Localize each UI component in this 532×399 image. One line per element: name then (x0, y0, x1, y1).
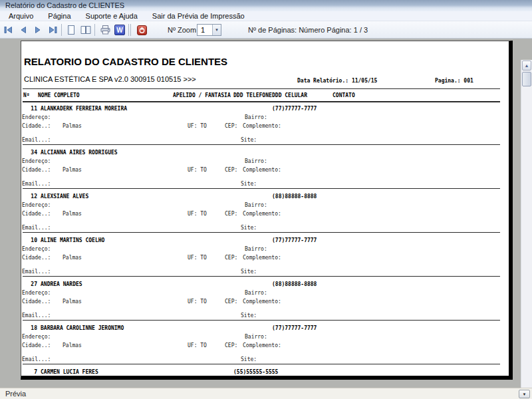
next-page-button[interactable] (32, 24, 44, 36)
label-endereco: Endereço: (22, 202, 51, 208)
menu-pagina[interactable]: Página (41, 11, 78, 21)
label-uf-value: UF: TO (188, 167, 207, 173)
previous-page-button[interactable] (17, 24, 29, 36)
label-endereco: Endereço: (22, 290, 51, 296)
single-page-view-button[interactable] (65, 24, 77, 36)
label-endereco: Endereço: (22, 158, 51, 164)
label-site: Site: (241, 225, 257, 231)
value-cidade: Palmas (63, 255, 82, 261)
column-header-telefone: DDD TELEFONE (233, 92, 272, 98)
label-cep: CEP: (225, 299, 237, 305)
record-telefone: (55)55555-5555 (233, 369, 278, 375)
menu-sair-da-previa[interactable]: Sair da Prévia de Impressão (145, 11, 252, 21)
record-separator (23, 364, 500, 364)
record-name: BARBARA CAROLINNE JERONIMO (41, 325, 124, 331)
record-number: 10 (21, 237, 37, 243)
label-uf-value: UF: TO (188, 123, 207, 129)
label-email: Email...: (22, 137, 51, 143)
scroll-up-icon[interactable]: ▲ (522, 61, 531, 70)
label-complemento: Complemento: (243, 167, 281, 173)
record-name: ALEXSIANE ALVES (41, 194, 88, 200)
label-email: Email...: (22, 356, 51, 362)
record-celular: (77)77777-7777 (272, 325, 317, 331)
label-site: Site: (241, 313, 257, 319)
record-celular: (88)88888-8888 (272, 281, 317, 287)
record-number: 27 (21, 281, 37, 287)
value-cidade: Palmas (63, 123, 82, 129)
pdf-export-button[interactable] (136, 24, 148, 36)
column-header-contato: CONTATO (332, 92, 355, 98)
label-complemento: Complemento: (243, 342, 281, 348)
record-separator (23, 276, 500, 277)
status-bar: Prévia ▼ (0, 388, 532, 399)
record-row: 18BARBARA CAROLINNE JERONIMO(77)77777-77… (21, 325, 509, 369)
word-export-button[interactable]: W (114, 24, 126, 36)
menu-bar: Arquivo Página Suporte e Ajuda Sair da P… (0, 11, 532, 21)
label-site: Site: (241, 137, 257, 143)
record-number: 18 (21, 325, 37, 331)
label-complemento: Complemento: (243, 299, 281, 305)
last-page-button[interactable] (47, 24, 59, 36)
last-page-icon (47, 25, 58, 35)
label-uf-value: UF: TO (188, 342, 207, 348)
scrollbar-thumb[interactable] (522, 72, 531, 86)
print-button[interactable] (99, 24, 111, 36)
zoom-value: 1 (198, 25, 212, 35)
label-uf-value: UF: TO (188, 211, 207, 217)
label-bairro: Bairro: (245, 334, 267, 340)
two-pages-view-button[interactable] (80, 24, 92, 36)
value-cidade: Palmas (63, 342, 82, 348)
label-endereco: Endereço: (22, 334, 51, 340)
preview-area: RELATORIO DO CADASTRO DE CLIENTES CLINIC… (0, 39, 521, 388)
record-celular: (77)77777-7777 (272, 237, 317, 243)
label-email: Email...: (22, 225, 51, 231)
label-cep: CEP: (225, 211, 237, 217)
next-page-icon (33, 25, 43, 35)
record-row: 27ANDREA NARDES(88)88888-8888Endereço:Ba… (21, 281, 509, 325)
chevron-down-icon[interactable]: ▼ (212, 25, 221, 35)
status-grip-button[interactable]: ▼ (519, 390, 530, 398)
zoom-label: Nº Zoom (168, 26, 196, 34)
value-cidade: Palmas (63, 167, 82, 173)
report-title: RELATORIO DO CADASTRO DE CLIENTES (24, 56, 227, 67)
report-page-number: Pagina.: 001 (435, 78, 473, 84)
print-icon (100, 25, 111, 35)
toolbar-separator (94, 24, 95, 36)
header-rule (23, 88, 500, 89)
pdf-export-icon (137, 25, 147, 35)
single-page-icon (66, 25, 76, 35)
first-page-button[interactable] (3, 24, 15, 36)
label-complemento: Complemento: (243, 123, 281, 129)
report-subtitle: CLINICA ESTÉTICA E SPA v2.0 300915 01051… (24, 75, 196, 83)
label-cidade: Cidade..: (22, 167, 51, 173)
menu-arquivo[interactable]: Arquivo (1, 11, 41, 21)
label-cidade: Cidade..: (22, 299, 51, 305)
label-cep: CEP: (225, 167, 237, 173)
value-cidade: Palmas (63, 211, 82, 217)
record-separator (23, 232, 500, 233)
record-separator (23, 188, 500, 189)
label-site: Site: (241, 356, 257, 362)
label-email: Email...: (22, 269, 51, 275)
menu-suporte-e-ajuda[interactable]: Suporte e Ajuda (78, 11, 145, 21)
label-bairro: Bairro: (245, 202, 267, 208)
record-row: 10ALINE MARTINS COELHO(77)77777-7777Ende… (21, 237, 509, 281)
toolbar-separator (128, 24, 129, 36)
vertical-scrollbar[interactable]: ▲ ▼ (521, 60, 532, 399)
zoom-combobox[interactable]: 1 ▼ (197, 24, 221, 36)
record-row: 12ALEXSIANE ALVES(88)88888-8888Endereço:… (21, 194, 509, 237)
label-cep: CEP: (225, 342, 237, 348)
label-cidade: Cidade..: (22, 255, 51, 261)
toolbar: W Nº Zoom 1 ▼ Nº de Páginas: Número Pági… (0, 21, 532, 39)
record-number: 34 (21, 150, 37, 156)
record-name: ALANKADERK FERREIRA MOREIRA (41, 106, 127, 112)
record-name: CARMEN LUCIA FERES (41, 369, 98, 375)
pages-info-label: Nº de Páginas: Número Página: 1 / 3 (248, 26, 368, 34)
label-bairro: Bairro: (245, 158, 267, 164)
record-name: ALINE MARTINS COELHO (41, 237, 104, 243)
status-text: Prévia (5, 390, 26, 398)
report-date: Data Relatório.: 11/05/15 (297, 78, 377, 84)
label-site: Site: (241, 181, 257, 187)
label-cidade: Cidade..: (22, 123, 51, 129)
column-header-nome: NOME COMPLETO (38, 92, 80, 98)
